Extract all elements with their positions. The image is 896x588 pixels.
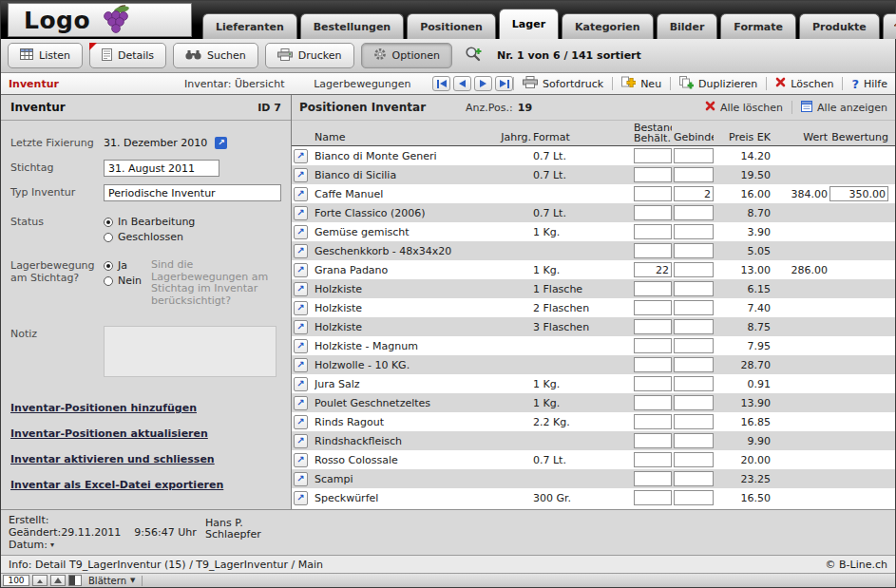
bestand-input[interactable] — [634, 490, 672, 505]
link-excel-export[interactable]: Inventar als Excel-Datei exportieren — [10, 479, 281, 491]
gebinde-input[interactable] — [674, 471, 714, 486]
bewertung-input[interactable] — [829, 414, 888, 429]
tab-bestellungen[interactable]: Bestellungen — [300, 13, 404, 39]
row-detail-button[interactable]: ↗ — [294, 339, 308, 353]
gebinde-input[interactable] — [674, 262, 714, 277]
bewertung-input[interactable] — [829, 395, 888, 410]
tab-positionen[interactable]: Positionen — [407, 13, 496, 39]
gebinde-input[interactable]: 2 — [674, 186, 714, 201]
gebinde-input[interactable] — [674, 224, 714, 239]
bestand-input[interactable] — [634, 167, 672, 182]
next-record-button[interactable] — [474, 76, 492, 91]
tab-bilder[interactable]: Bilder — [657, 13, 718, 39]
bewertung-input[interactable] — [829, 243, 888, 258]
row-detail-button[interactable]: ↗ — [294, 358, 308, 372]
duplizieren-button[interactable]: Duplizieren — [679, 76, 757, 92]
mode-selector[interactable]: Blättern ▼ — [85, 576, 139, 586]
gebinde-input[interactable] — [674, 338, 714, 353]
gebinde-input[interactable] — [674, 281, 714, 296]
bewertung-input[interactable] — [829, 471, 888, 486]
bewertung-input[interactable] — [829, 376, 888, 391]
bewertung-input[interactable] — [829, 281, 888, 296]
drucken-button[interactable]: Drucken — [265, 43, 354, 68]
suchen-button[interactable]: Suchen — [173, 43, 258, 68]
row-detail-button[interactable]: ↗ — [294, 168, 308, 182]
gebinde-input[interactable] — [674, 319, 714, 334]
first-record-button[interactable] — [432, 76, 450, 91]
row-detail-button[interactable]: ↗ — [294, 491, 308, 505]
bestand-input[interactable] — [634, 300, 672, 315]
listen-button[interactable]: Listen — [8, 43, 83, 68]
bewertung-input[interactable] — [829, 319, 888, 334]
bewertung-input[interactable] — [829, 452, 888, 467]
gebinde-input[interactable] — [674, 414, 714, 429]
gebinde-input[interactable] — [674, 452, 714, 467]
stichtag-input[interactable] — [104, 160, 219, 177]
statusbar-toggle-button[interactable] — [68, 575, 82, 586]
gebinde-input[interactable] — [674, 148, 714, 163]
zoom-out-button[interactable] — [32, 575, 48, 586]
hilfe-button[interactable]: ? Hilfe — [851, 77, 887, 91]
bestand-input[interactable] — [634, 338, 672, 353]
bewertung-input[interactable]: 350.00 — [829, 186, 888, 201]
row-detail-button[interactable]: ↗ — [294, 434, 308, 448]
tab-produkte[interactable]: Produkte — [799, 13, 880, 39]
row-detail-button[interactable]: ↗ — [294, 453, 308, 467]
bestand-input[interactable] — [634, 224, 672, 239]
bestand-input[interactable] — [634, 452, 672, 467]
alle-loeschen-button[interactable]: Alle löschen — [705, 101, 783, 114]
zoom-level-box[interactable]: 100 — [3, 575, 29, 586]
tab-lieferanten[interactable]: Lieferanten — [202, 13, 297, 39]
gebinde-input[interactable] — [674, 490, 714, 505]
bewertung-input[interactable] — [829, 224, 888, 239]
goto-fixierung-button[interactable]: ↗ — [215, 137, 227, 149]
bestand-input[interactable] — [634, 395, 672, 410]
row-detail-button[interactable]: ↗ — [294, 377, 308, 391]
row-detail-button[interactable]: ↗ — [294, 396, 308, 410]
row-detail-button[interactable]: ↗ — [294, 206, 308, 220]
gebinde-input[interactable] — [674, 243, 714, 258]
row-detail-button[interactable]: ↗ — [294, 301, 308, 315]
row-detail-button[interactable]: ↗ — [294, 472, 308, 486]
row-detail-button[interactable]: ↗ — [294, 320, 308, 334]
bewertung-input[interactable] — [829, 262, 888, 277]
zoom-in-button[interactable] — [50, 575, 66, 586]
link-positionen-aktualisieren[interactable]: Inventar-Positionen aktualisieren — [10, 427, 281, 440]
gebinde-input[interactable] — [674, 376, 714, 391]
bestand-input[interactable] — [634, 357, 672, 372]
menu-inventar-uebersicht[interactable]: Inventar: Übersicht — [184, 78, 314, 90]
bewertung-input[interactable] — [829, 338, 888, 353]
bewertung-input[interactable] — [829, 300, 888, 315]
last-record-button[interactable] — [495, 76, 513, 91]
tab-kategorien[interactable]: Kategorien — [562, 13, 654, 39]
gebinde-input[interactable] — [674, 395, 714, 410]
bestand-input[interactable] — [634, 433, 672, 448]
search-add-button[interactable] — [465, 46, 483, 66]
tab-home[interactable] — [883, 13, 896, 39]
bewertung-input[interactable] — [829, 357, 888, 372]
details-button[interactable]: Details — [89, 43, 166, 68]
row-detail-button[interactable]: ↗ — [294, 415, 308, 429]
menu-inventur[interactable]: Inventur — [9, 78, 184, 90]
tab-formate[interactable]: Formate — [720, 13, 796, 39]
loeschen-button[interactable]: Löschen — [775, 77, 833, 90]
bestand-input[interactable] — [634, 414, 672, 429]
bewertung-input[interactable] — [829, 490, 888, 505]
bestand-input[interactable]: 22 — [634, 262, 672, 277]
bewertung-input[interactable] — [829, 433, 888, 448]
link-positionen-hinzufuegen[interactable]: Inventar-Positionen hinzufügen — [10, 402, 281, 414]
status-option-in-bearbeitung[interactable]: In Bearbeitung — [104, 216, 195, 228]
gebinde-input[interactable] — [674, 167, 714, 182]
alle-anzeigen-button[interactable]: Alle anzeigen — [801, 101, 887, 115]
bestand-input[interactable] — [634, 281, 672, 296]
link-aktivieren-schliessen[interactable]: Inventar aktivieren und schliessen — [10, 453, 281, 465]
optionen-button[interactable]: Optionen — [361, 43, 452, 68]
bewertung-input[interactable] — [829, 167, 888, 182]
row-detail-button[interactable]: ↗ — [294, 187, 308, 201]
bestand-input[interactable] — [634, 376, 672, 391]
bestand-input[interactable] — [634, 186, 672, 201]
menu-lagerbewegungen[interactable]: Lagerbewegungen — [314, 78, 423, 90]
row-detail-button[interactable]: ↗ — [294, 149, 308, 163]
bewertung-input[interactable] — [829, 148, 888, 163]
notiz-input[interactable] — [104, 326, 276, 377]
